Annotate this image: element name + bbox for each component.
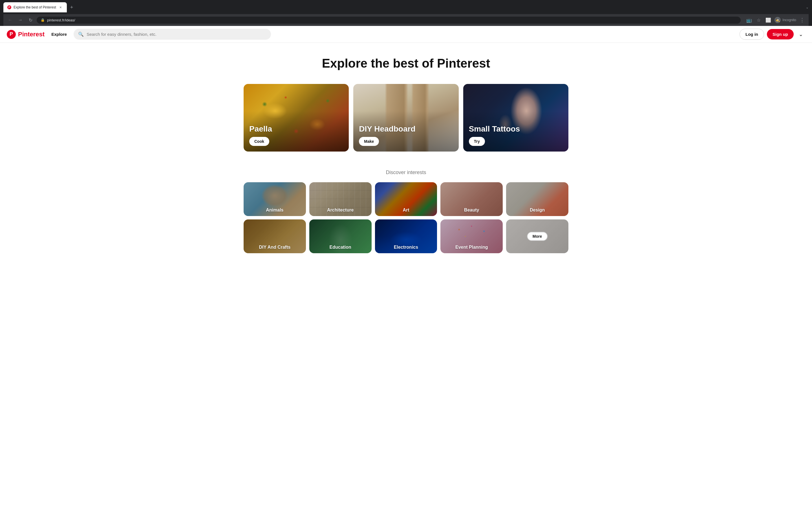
card-content: Paella Cook bbox=[244, 119, 278, 152]
main-content: Explore the best of Pinterest Paella Coo… bbox=[237, 43, 575, 265]
discover-section: Discover interests Animals Architecture … bbox=[244, 170, 568, 253]
interest-card-diy-and-crafts[interactable]: DIY And Crafts bbox=[244, 219, 306, 253]
svg-text:P: P bbox=[8, 6, 10, 9]
interest-label: Art bbox=[375, 204, 437, 216]
interest-card-beauty[interactable]: Beauty bbox=[441, 182, 503, 216]
forward-button[interactable]: → bbox=[16, 16, 24, 24]
search-icon: 🔍 bbox=[78, 32, 84, 37]
interest-card-education[interactable]: Education bbox=[309, 219, 371, 253]
search-input[interactable] bbox=[87, 32, 266, 37]
interest-label: DIY And Crafts bbox=[244, 241, 306, 253]
bookmark-button[interactable]: ☆ bbox=[755, 16, 763, 24]
interest-card-more[interactable]: More bbox=[506, 219, 568, 253]
tab-close-button[interactable]: × bbox=[58, 4, 63, 10]
header-expand-button[interactable]: ⌄ bbox=[797, 29, 805, 40]
more-button[interactable]: More bbox=[527, 232, 548, 241]
interest-label: Beauty bbox=[441, 204, 503, 216]
interest-label: Education bbox=[309, 241, 371, 253]
card-content: Small Tattoos Try bbox=[463, 119, 526, 152]
card-action-button[interactable]: Try bbox=[469, 137, 485, 146]
interest-label: Animals bbox=[244, 204, 306, 216]
pinterest-p-icon: P bbox=[7, 30, 16, 39]
featured-card-0[interactable]: Paella Cook bbox=[244, 84, 349, 152]
incognito-area: 🕵 Incognito bbox=[774, 17, 796, 23]
new-tab-button[interactable]: + bbox=[68, 3, 75, 11]
card-action-button[interactable]: Cook bbox=[249, 137, 269, 146]
pinterest-logo[interactable]: P Pinterest bbox=[7, 30, 45, 39]
address-bar-row: ← → ↻ 🔒 pinterest.fr/ideas/ 📺 ☆ ⬜ 🕵 Inco… bbox=[3, 14, 809, 26]
interest-label: Design bbox=[506, 204, 568, 216]
incognito-icon: 🕵 bbox=[774, 17, 781, 23]
interest-card-design[interactable]: Design bbox=[506, 182, 568, 216]
explore-link[interactable]: Explore bbox=[49, 30, 69, 39]
address-text: pinterest.fr/ideas/ bbox=[47, 18, 737, 22]
interest-card-animals[interactable]: Animals bbox=[244, 182, 306, 216]
card-title: DIY Headboard bbox=[359, 124, 415, 133]
card-content: DIY Headboard Make bbox=[353, 119, 421, 152]
browser-actions: 📺 ☆ ⬜ bbox=[745, 16, 772, 24]
card-action-button[interactable]: Make bbox=[359, 137, 379, 146]
header-actions: Log in Sign up ⌄ bbox=[740, 29, 805, 40]
address-bar[interactable]: 🔒 pinterest.fr/ideas/ bbox=[37, 17, 741, 24]
tab-bar: P Explore the best of Pinterest × + ⌄ bbox=[3, 2, 809, 12]
search-bar[interactable]: 🔍 bbox=[73, 29, 271, 40]
signup-button[interactable]: Sign up bbox=[767, 29, 794, 40]
browser-chrome: P Explore the best of Pinterest × + ⌄ ← … bbox=[0, 0, 812, 26]
app-header: P Pinterest Explore 🔍 Log in Sign up ⌄ bbox=[0, 26, 812, 43]
tab-favicon: P bbox=[7, 5, 11, 9]
interest-card-event-planning[interactable]: Event Planning bbox=[441, 219, 503, 253]
back-button[interactable]: ← bbox=[6, 16, 14, 24]
pinterest-wordmark: Pinterest bbox=[18, 31, 45, 38]
interest-label: Electronics bbox=[375, 241, 437, 253]
browser-expand-button[interactable]: ⌄ bbox=[806, 5, 809, 9]
incognito-label: Incognito bbox=[782, 18, 796, 22]
featured-grid: Paella Cook DIY Headboard Make Small Tat… bbox=[244, 84, 568, 152]
tab-title: Explore the best of Pinterest bbox=[13, 5, 56, 9]
login-button[interactable]: Log in bbox=[740, 29, 764, 40]
interest-card-architecture[interactable]: Architecture bbox=[309, 182, 371, 216]
split-button[interactable]: ⬜ bbox=[764, 16, 772, 24]
page-title: Explore the best of Pinterest bbox=[244, 56, 568, 70]
active-tab[interactable]: P Explore the best of Pinterest × bbox=[3, 2, 67, 12]
lock-icon: 🔒 bbox=[41, 18, 45, 22]
interest-card-art[interactable]: Art bbox=[375, 182, 437, 216]
interest-card-electronics[interactable]: Electronics bbox=[375, 219, 437, 253]
browser-menu-button[interactable]: ⋮ bbox=[799, 16, 806, 24]
interest-label: Event Planning bbox=[441, 241, 503, 253]
interests-grid: Animals Architecture Art Beauty Design D… bbox=[244, 182, 568, 253]
refresh-button[interactable]: ↻ bbox=[27, 16, 35, 24]
featured-card-2[interactable]: Small Tattoos Try bbox=[463, 84, 568, 152]
discover-title: Discover interests bbox=[244, 170, 568, 175]
card-title: Small Tattoos bbox=[469, 124, 520, 133]
card-title: Paella bbox=[249, 124, 272, 133]
interest-label: Architecture bbox=[309, 204, 371, 216]
cast-button[interactable]: 📺 bbox=[745, 16, 753, 24]
featured-card-1[interactable]: DIY Headboard Make bbox=[353, 84, 458, 152]
